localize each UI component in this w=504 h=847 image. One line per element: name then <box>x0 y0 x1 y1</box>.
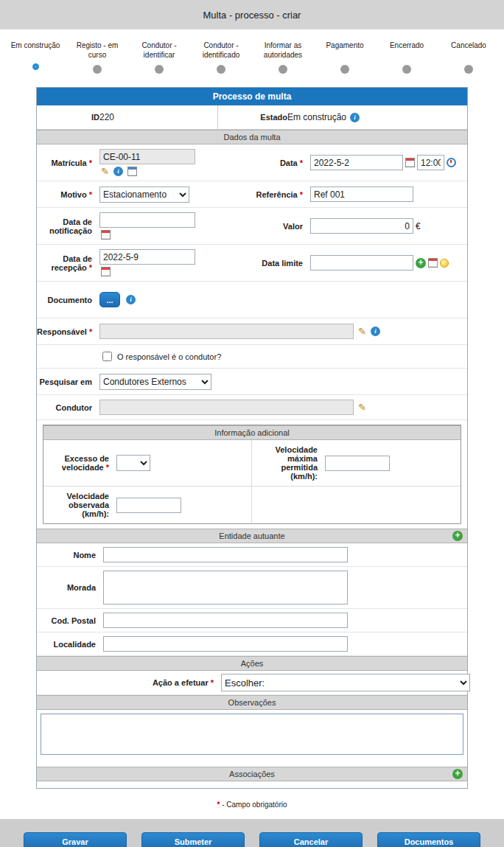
estado-label: Estado <box>217 105 287 129</box>
step-label: Pagamento <box>314 41 376 60</box>
form-row-motivo-referencia: Motivo* Estacionamento Referência* <box>37 181 467 208</box>
footer-toolbar: Gravar Submeter Cancelar Documentos <box>0 819 504 847</box>
stepper-step-5: Informar as autoridades <box>252 41 314 74</box>
stepper-step-1: Em construção <box>4 41 66 74</box>
form-row-responsavel-condutor: O responsável é o condutor? <box>37 345 467 369</box>
gravar-button[interactable]: Gravar <box>24 832 127 847</box>
step-indicator-icon <box>402 65 411 74</box>
step-label: Condutor - identificado <box>190 41 252 60</box>
grid-icon[interactable] <box>127 167 137 176</box>
estado-value: Em construção <box>287 112 346 122</box>
titlebar: Multa - processo - criar <box>0 0 504 29</box>
data-rececao-input[interactable] <box>99 249 195 265</box>
id-value: 220 <box>99 105 217 129</box>
nome-input[interactable] <box>103 547 348 562</box>
velocidade-maxima-cell: Velocidade máxima permitida (km/h): <box>252 440 461 487</box>
data-limite-input[interactable] <box>310 255 413 271</box>
excesso-velocidade-select[interactable] <box>116 455 150 471</box>
velocidade-maxima-input[interactable] <box>325 456 390 471</box>
observacoes-textarea[interactable] <box>41 714 463 755</box>
documentos-button[interactable]: Documentos <box>377 832 480 847</box>
stepper-step-6: Pagamento <box>314 41 376 74</box>
stepper-step-7: Encerrado <box>376 41 438 74</box>
data-limite-label: Data limite <box>245 259 310 268</box>
form-row-notificacao-valor: Data de notificação Valor € <box>37 208 467 245</box>
clock-icon[interactable] <box>447 158 456 167</box>
edit-icon[interactable] <box>101 167 109 176</box>
calendar-icon[interactable] <box>101 267 111 276</box>
form-row-matricula-data: Matrícula* Data* <box>37 144 467 181</box>
step-label: Em construção <box>4 41 66 60</box>
edit-icon[interactable] <box>358 402 366 412</box>
motivo-select[interactable]: Estacionamento <box>99 187 189 203</box>
data-input[interactable] <box>310 155 403 170</box>
calendar-icon[interactable] <box>101 230 111 240</box>
excesso-velocidade-cell: Excesso de velocidade* <box>43 440 252 487</box>
section-header-informacao-adicional: Informação adicional <box>43 425 461 440</box>
calendar-icon[interactable] <box>405 158 415 167</box>
step-indicator-active-icon <box>32 63 39 70</box>
edit-icon[interactable] <box>358 327 366 336</box>
localidade-label: Localidade <box>37 640 103 649</box>
info-icon[interactable] <box>371 327 380 336</box>
calendar-icon[interactable] <box>428 258 438 268</box>
responsavel-condutor-label: O responsável é o condutor? <box>117 352 221 361</box>
pesquisar-em-select[interactable]: Condutores Externos <box>99 374 211 390</box>
lightbulb-icon[interactable] <box>440 259 449 268</box>
matricula-input[interactable] <box>99 149 195 164</box>
condutor-label: Condutor <box>37 403 99 412</box>
stepper: Em construção Registo - em curso Conduto… <box>0 29 504 80</box>
pesquisar-em-label: Pesquisar em <box>37 377 99 386</box>
velocidade-maxima-label: Velocidade máxima permitida (km/h): <box>255 445 325 481</box>
velocidade-observada-cell: Velocidade observada (km/h): <box>43 487 252 523</box>
form-row-acao: Ação a efetuar* Escolher: <box>37 671 467 695</box>
form-row-pesquisar-em: Pesquisar em Condutores Externos <box>37 369 467 395</box>
cancelar-button[interactable]: Cancelar <box>259 832 363 847</box>
stepper-step-4: Condutor - identificado <box>190 41 252 74</box>
acao-select[interactable]: Escolher: <box>221 674 470 691</box>
form-row-morada: Morada <box>37 567 467 609</box>
info-icon[interactable] <box>126 295 136 304</box>
valor-currency-suffix: € <box>416 221 421 231</box>
step-indicator-icon <box>93 65 102 74</box>
condutor-input[interactable] <box>99 400 354 415</box>
add-icon[interactable] <box>416 258 426 268</box>
add-icon[interactable] <box>452 531 463 541</box>
section-header-acoes: Ações <box>37 656 467 671</box>
form-row-responsavel: Responsável* <box>37 318 467 345</box>
responsavel-label: Responsável* <box>37 327 99 336</box>
stepper-step-8: Cancelado <box>438 41 500 74</box>
data-notificacao-input[interactable] <box>99 212 195 228</box>
cod-postal-input[interactable] <box>103 613 348 628</box>
data-notificacao-label: Data de notificação <box>37 217 99 235</box>
stepper-step-3: Condutor - identificar <box>128 41 190 74</box>
referencia-label: Referência* <box>245 190 310 199</box>
valor-input[interactable] <box>310 218 413 234</box>
velocidade-observada-label: Velocidade observada (km/h): <box>46 492 116 518</box>
submeter-button[interactable]: Submeter <box>141 832 245 847</box>
localidade-input[interactable] <box>103 636 348 652</box>
step-indicator-icon <box>217 65 225 74</box>
form-title: Processo de multa <box>37 88 467 105</box>
step-indicator-icon <box>464 65 473 74</box>
acao-label: Ação a efetuar* <box>37 678 221 687</box>
documento-browse-button[interactable]: ... <box>99 292 120 307</box>
step-indicator-icon <box>279 65 287 74</box>
nome-label: Nome <box>37 551 103 560</box>
step-label: Informar as autoridades <box>252 41 314 60</box>
responsavel-condutor-checkbox[interactable] <box>102 352 112 361</box>
time-input[interactable] <box>417 155 444 170</box>
documento-label: Documento <box>37 296 99 304</box>
add-icon[interactable] <box>452 769 463 779</box>
info-icon[interactable] <box>350 113 360 122</box>
matricula-label: Matrícula* <box>37 158 99 167</box>
info-icon[interactable] <box>113 167 123 176</box>
cod-postal-label: Cod. Postal <box>37 616 103 625</box>
referencia-input[interactable] <box>310 187 413 202</box>
step-label: Cancelado <box>438 41 500 60</box>
velocidade-observada-input[interactable] <box>116 498 181 513</box>
morada-textarea[interactable] <box>103 571 348 604</box>
responsavel-input[interactable] <box>99 324 354 339</box>
section-header-observacoes: Observações <box>37 695 467 710</box>
form-row-cod-postal: Cod. Postal <box>37 609 467 632</box>
